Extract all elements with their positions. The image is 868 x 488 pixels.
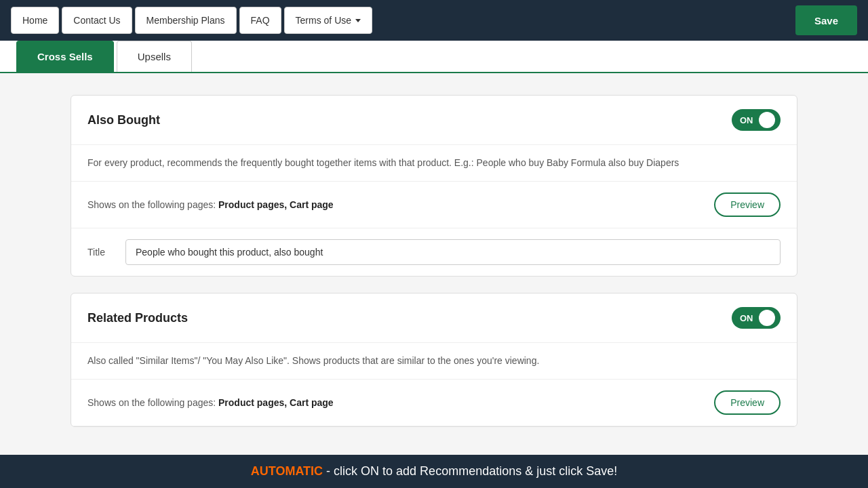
chevron-down-icon: [355, 19, 361, 22]
related-products-title: Related Products: [87, 311, 188, 325]
nav-membership-plans-button[interactable]: Membership Plans: [135, 7, 237, 34]
also-bought-title-input[interactable]: [125, 239, 781, 265]
nav-faq-button[interactable]: FAQ: [239, 7, 281, 34]
related-products-pages-value: Product pages, Cart page: [218, 397, 334, 408]
also-bought-field-label: Title: [87, 247, 115, 258]
also-bought-preview-button[interactable]: Preview: [714, 192, 781, 217]
save-button[interactable]: Save: [795, 5, 857, 35]
related-products-card: Related Products ON Also called "Similar…: [71, 293, 797, 427]
nav-contact-us-button[interactable]: Contact Us: [62, 7, 132, 34]
also-bought-description: For every product, recommends the freque…: [71, 145, 797, 182]
related-products-pages: Shows on the following pages: Product pa…: [71, 380, 797, 426]
related-products-toggle-label: ON: [740, 313, 753, 323]
tab-upsells[interactable]: Upsells: [117, 41, 192, 72]
also-bought-pages-value: Product pages, Cart page: [218, 199, 334, 210]
also-bought-toggle-label: ON: [740, 115, 753, 125]
also-bought-pages: Shows on the following pages: Product pa…: [71, 182, 797, 228]
tabs-section: Cross Sells Upsells: [0, 41, 868, 73]
nav-terms-of-use-button[interactable]: Terms of Use: [284, 7, 372, 34]
terms-label: Terms of Use: [296, 15, 351, 26]
banner-text: - click ON to add Recommendations & just…: [326, 464, 617, 465]
also-bought-card: Also Bought ON For every product, recomm…: [71, 95, 797, 277]
top-navigation: Home Contact Us Membership Plans FAQ Ter…: [0, 0, 868, 41]
tabs-row: Cross Sells Upsells: [16, 41, 852, 72]
also-bought-toggle-circle: [759, 112, 775, 128]
also-bought-toggle[interactable]: ON: [732, 109, 781, 131]
tab-cross-sells[interactable]: Cross Sells: [16, 41, 114, 72]
related-products-toggle-circle: [759, 310, 775, 326]
also-bought-title: Also Bought: [87, 113, 160, 127]
nav-buttons: Home Contact Us Membership Plans FAQ Ter…: [11, 7, 795, 34]
related-products-toggle[interactable]: ON: [732, 307, 781, 329]
also-bought-header: Also Bought ON: [71, 96, 797, 145]
also-bought-title-row: Title: [71, 228, 797, 276]
related-products-header: Related Products ON: [71, 293, 797, 343]
main-content: Also Bought ON For every product, recomm…: [27, 73, 841, 465]
related-products-preview-button[interactable]: Preview: [714, 390, 781, 415]
related-products-pages-text: Shows on the following pages: Product pa…: [87, 397, 334, 408]
bottom-banner: AUTOMATIC - click ON to add Recommendati…: [0, 455, 868, 465]
nav-home-button[interactable]: Home: [11, 7, 59, 34]
banner-highlight: AUTOMATIC: [251, 464, 323, 465]
related-products-description: Also called "Similar Items"/ "You May Al…: [71, 343, 797, 380]
also-bought-pages-text: Shows on the following pages: Product pa…: [87, 199, 334, 210]
